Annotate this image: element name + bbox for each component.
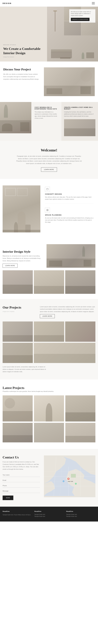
projects-section: Our Projects Images from Unsplash Lorem …: [0, 299, 98, 380]
gallery-cell-4: [81, 21, 98, 36]
contact-form: SEND: [2, 473, 40, 500]
discuss-section: Discuss Your Project We offer our client…: [0, 62, 98, 102]
interior-style-left-header: Interior Design Style Maecenas mi, at la…: [2, 250, 42, 268]
svg-text:New York: New York: [68, 481, 73, 482]
footer-col-2-link-1[interactable]: Sample footer text.: [34, 514, 64, 515]
interior-style-header: Interior Design Style Maecenas mi, at la…: [2, 244, 96, 268]
svg-point-23: [68, 478, 69, 479]
footer-col-2-title: Headline: [34, 510, 64, 512]
projects-text1: Lorem ipsum dolor sit amet, consectetur …: [40, 306, 96, 313]
projects-header-left: Our Projects Images from Unsplash: [2, 306, 36, 312]
map-container[interactable]: New York: [44, 456, 96, 497]
hamburger-line-2: [92, 3, 95, 4]
coffee-table: [60, 57, 70, 59]
latest-top-row: [2, 396, 96, 422]
welcome-section: Welcome! Paragraph style, sit ulm dolor …: [0, 141, 98, 179]
interior-style-img-2: [34, 270, 64, 294]
nav-logo[interactable]: DESIGN: [2, 2, 12, 4]
footer-col-1: Headline Sample footer text. Fusce finib…: [2, 510, 32, 518]
interior-style-img-1: [2, 270, 33, 294]
welcome-cta-button[interactable]: LEARN MORE: [41, 168, 57, 172]
projects-heading: Our Projects: [2, 306, 36, 310]
project-img-5: [34, 343, 96, 363]
space-planning-text: As soon as the teams built, we start com…: [45, 217, 94, 223]
svg-point-25: [76, 483, 76, 484]
hero-studio-label: DESIGN STUDIO: [3, 44, 44, 46]
projects-header-row: Our Projects Images from Unsplash Lorem …: [2, 306, 96, 318]
contact-name-input[interactable]: [2, 473, 40, 477]
latest-bottom-row: [2, 423, 96, 442]
project-img-1: [2, 322, 33, 342]
space-planning-icon: [45, 208, 50, 212]
cozy-section: COZY MINIMALISM IS EVERYWHERE THESE DAYS…: [0, 102, 98, 141]
footer-col-2-link-2[interactable]: Sample footer text.: [34, 516, 64, 517]
hero-section: DESIGN STUDIO We Create a Comfortable In…: [0, 7, 98, 62]
floor-lamp: [55, 10, 55, 32]
interior-style-text: Maecenas mi, at lacinia lorem iaculis th…: [2, 255, 42, 262]
contact-left: Contact Us If you are ready to find out …: [2, 456, 40, 500]
svg-rect-3: [47, 209, 48, 210]
svg-rect-5: [47, 210, 48, 211]
contact-section: Contact Us If you are ready to find out …: [0, 449, 98, 507]
latest-subtitle: Phasellus scelerisque leo quis gravida. …: [2, 390, 96, 392]
project-img-2: [34, 322, 64, 342]
discuss-main-image: [44, 68, 95, 96]
space-planning-block: SPACE PLANNING As soon as the teams buil…: [45, 208, 94, 223]
contact-submit-button[interactable]: SEND: [2, 496, 13, 500]
interior-style-cta-button[interactable]: LEARN MORE: [2, 264, 18, 268]
interior-style-image-grid: [2, 270, 96, 294]
project-img-4: [2, 343, 33, 363]
contact-email-input[interactable]: [2, 478, 40, 482]
concept-right: CONCEPT DESIGN Non ultrices ultrices sem…: [43, 186, 96, 232]
latest-section: Latest Projects Phasellus scelerisque le…: [0, 380, 98, 449]
warm-cozy-block: CREATE A WARM & COZY HOME ON A BUDGET Cr…: [62, 102, 98, 141]
space-icon-svg: [46, 209, 48, 211]
interior-style-right-header: [46, 244, 96, 268]
footer-col-1-text: Sample footer text. Fusce finibus lacus …: [2, 514, 32, 516]
hero-text-panel: DESIGN STUDIO We Create a Comfortable In…: [0, 7, 47, 62]
hamburger-line-1: [92, 2, 95, 2]
interior-style-img-3: [65, 270, 96, 294]
latest-img-4: [2, 423, 33, 442]
svg-rect-6: [48, 210, 48, 211]
contact-text: If you are ready to find out more to con…: [2, 461, 40, 470]
project-img-3: [65, 322, 96, 342]
svg-rect-0: [47, 188, 48, 190]
discuss-right: [44, 68, 95, 96]
concept-design-block: CONCEPT DESIGN Non ultrices ultrices sem…: [45, 187, 94, 204]
space-planning-title: SPACE PLANNING: [45, 214, 94, 216]
plant-silhouette: [82, 52, 84, 59]
latest-img-2: [34, 396, 64, 422]
hero-subtitle: Design from Dreams: [3, 56, 44, 58]
contact-phone-input[interactable]: [2, 484, 40, 488]
interior-style-main-image: [46, 244, 96, 268]
footer: Headline Sample footer text. Fusce finib…: [0, 507, 98, 522]
nav-menu-button[interactable]: [91, 2, 96, 5]
cozy-text: The simply cozy minimalism is a spectrum…: [35, 111, 58, 119]
svg-rect-4: [48, 209, 48, 210]
footer-col-3-link-1[interactable]: Sample footer text.: [66, 514, 96, 515]
discuss-text: We offer our clients a complete turnkey …: [3, 73, 40, 80]
concept-design-icon: [45, 187, 50, 192]
concept-design-text: Non ultrices ultrices sem vitae pleo. Th…: [45, 196, 94, 200]
svg-rect-29: [71, 474, 76, 478]
welcome-title: Welcome!: [5, 148, 93, 152]
footer-col-3: Headline Sample footer text. Sample foot…: [66, 510, 96, 518]
cozy-label: COZY MINIMALISM IS EVERYWHERE THESE DAYS: [35, 106, 58, 110]
hero-right-text: We invite you to make contact with our i…: [71, 11, 94, 16]
latest-img-3: [65, 396, 96, 422]
warm-cozy-image: [64, 119, 96, 136]
concept-icon-svg: [46, 188, 48, 190]
interior-style-section: Interior Design Style Maecenas mi, at la…: [0, 239, 98, 299]
interior-style-heading: Interior Design Style: [2, 250, 42, 254]
cozy-image: [0, 102, 31, 133]
contact-heading: Contact Us: [2, 456, 40, 459]
contact-message-input[interactable]: [2, 489, 40, 493]
navbar: DESIGN: [0, 0, 98, 7]
cozy-content: COZY MINIMALISM IS EVERYWHERE THESE DAYS…: [31, 102, 62, 141]
contact-map: New York: [44, 456, 96, 500]
projects-cta-button[interactable]: LEARN MORE: [40, 314, 55, 318]
hero-cta-button[interactable]: REQUEST A CONSULTATION: [71, 18, 90, 21]
latest-heading: Latest Projects: [2, 386, 96, 390]
footer-col-3-link-2[interactable]: Sample footer text.: [66, 516, 96, 517]
